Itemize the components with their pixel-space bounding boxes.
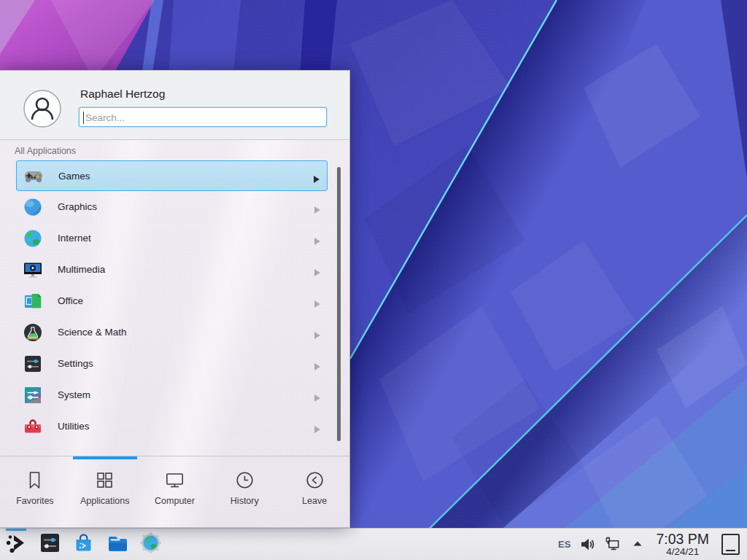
leave-icon bbox=[305, 470, 325, 490]
search-input[interactable] bbox=[84, 109, 320, 127]
chevron-right-icon bbox=[314, 235, 320, 242]
section-label: All Applications bbox=[15, 146, 76, 156]
computer-icon bbox=[165, 470, 185, 490]
expand-arrow-icon[interactable] bbox=[630, 537, 645, 552]
category-item-system[interactable]: System bbox=[16, 380, 328, 411]
launcher-tab-bar: FavoritesApplicationsComputerHistoryLeav… bbox=[0, 456, 349, 529]
tab-label: History bbox=[231, 496, 259, 506]
category-item-office[interactable]: Office bbox=[16, 286, 328, 316]
app-launcher-panel: Raphael Hertzog All Applications GamesGr… bbox=[0, 70, 350, 528]
system-icon bbox=[23, 385, 43, 405]
chevron-right-icon bbox=[314, 392, 320, 399]
tab-applications[interactable]: Applications bbox=[70, 456, 140, 529]
digital-clock[interactable]: 7:03 PM 4/24/21 bbox=[656, 532, 709, 557]
category-label: Games bbox=[58, 171, 90, 182]
tray-icons bbox=[580, 537, 645, 552]
category-label: System bbox=[58, 389, 90, 400]
help-icon bbox=[23, 448, 43, 453]
chevron-right-icon bbox=[314, 203, 320, 211]
chevron-right-icon bbox=[314, 360, 320, 368]
tab-computer[interactable]: Computer bbox=[140, 456, 210, 529]
network-icon[interactable] bbox=[605, 537, 620, 552]
search-box[interactable] bbox=[79, 107, 327, 127]
category-item-graphics[interactable]: Graphics bbox=[16, 192, 328, 222]
science-icon bbox=[23, 322, 43, 343]
tab-history[interactable]: History bbox=[209, 456, 279, 529]
user-avatar-icon[interactable] bbox=[23, 90, 61, 128]
category-item-science-and-math[interactable]: Science & Math bbox=[16, 317, 328, 348]
web-browser-launcher[interactable] bbox=[139, 529, 162, 560]
category-item-games[interactable]: Games bbox=[16, 160, 328, 191]
category-item-help[interactable]: Help bbox=[16, 443, 328, 453]
gamepad-icon bbox=[23, 166, 44, 186]
keyboard-layout-indicator[interactable]: ES bbox=[558, 539, 570, 550]
taskbar-launchers bbox=[0, 529, 162, 560]
multimedia-icon bbox=[23, 260, 43, 280]
grid-icon bbox=[95, 470, 115, 490]
chevron-right-icon bbox=[314, 298, 320, 305]
chevron-right-icon bbox=[314, 173, 320, 180]
system-settings-icon bbox=[39, 532, 61, 557]
category-label: Internet bbox=[58, 233, 91, 244]
chevron-right-icon bbox=[314, 329, 320, 336]
category-label: Science & Math bbox=[58, 327, 127, 338]
chevron-right-icon bbox=[314, 423, 320, 430]
bookmark-icon bbox=[25, 470, 44, 490]
category-label: Office bbox=[58, 295, 83, 306]
tab-label: Applications bbox=[80, 496, 129, 506]
clock-date: 4/24/21 bbox=[656, 547, 709, 557]
system-tray: ES 7:03 PM 4/24/21 bbox=[558, 532, 747, 557]
tab-favorites[interactable]: Favorites bbox=[0, 456, 70, 529]
clock-time: 7:03 PM bbox=[656, 532, 709, 546]
active-task-indicator bbox=[6, 529, 26, 531]
chevron-right-icon bbox=[314, 266, 320, 273]
file-manager-icon bbox=[106, 532, 128, 557]
system-settings-launcher[interactable] bbox=[38, 529, 61, 560]
category-label: Utilities bbox=[58, 421, 90, 432]
office-icon bbox=[23, 291, 43, 311]
toolbox-icon bbox=[23, 416, 43, 437]
category-label: Multimedia bbox=[58, 264, 105, 275]
discover-icon bbox=[72, 532, 95, 557]
file-manager-launcher[interactable] bbox=[105, 529, 128, 560]
discover-launcher[interactable] bbox=[71, 529, 95, 560]
tab-label: Leave bbox=[302, 496, 327, 506]
settings-icon bbox=[23, 354, 43, 374]
web-browser-icon bbox=[139, 532, 162, 557]
user-name: Raphael Hertzog bbox=[80, 88, 165, 101]
history-icon bbox=[235, 470, 255, 490]
taskbar: ES 7:03 PM 4/24/21 bbox=[0, 528, 747, 560]
active-tab-indicator bbox=[73, 456, 137, 459]
show-desktop-button[interactable] bbox=[721, 533, 740, 556]
volume-icon[interactable] bbox=[580, 537, 595, 552]
app-launcher-button[interactable] bbox=[4, 529, 28, 560]
tab-label: Computer bbox=[155, 496, 195, 506]
tab-label: Favorites bbox=[16, 496, 53, 506]
category-label: Graphics bbox=[58, 201, 97, 212]
globe-icon bbox=[23, 228, 43, 249]
category-label: Help bbox=[58, 452, 78, 453]
sphere-icon bbox=[23, 197, 43, 217]
scrollbar-thumb[interactable] bbox=[337, 167, 341, 441]
launcher-header: Raphael Hertzog bbox=[0, 71, 349, 140]
tab-leave[interactable]: Leave bbox=[279, 456, 349, 529]
kde-launcher-icon bbox=[5, 532, 28, 557]
category-item-settings[interactable]: Settings bbox=[16, 349, 328, 379]
category-item-multimedia[interactable]: Multimedia bbox=[16, 254, 328, 285]
category-label: Settings bbox=[58, 358, 93, 369]
desktop: { "launcher": { "user_name": "Raphael He… bbox=[0, 0, 747, 560]
category-item-utilities[interactable]: Utilities bbox=[16, 411, 328, 442]
category-list: GamesGraphicsInternetMultimediaOfficeSci… bbox=[16, 160, 328, 453]
category-item-internet[interactable]: Internet bbox=[16, 223, 328, 254]
